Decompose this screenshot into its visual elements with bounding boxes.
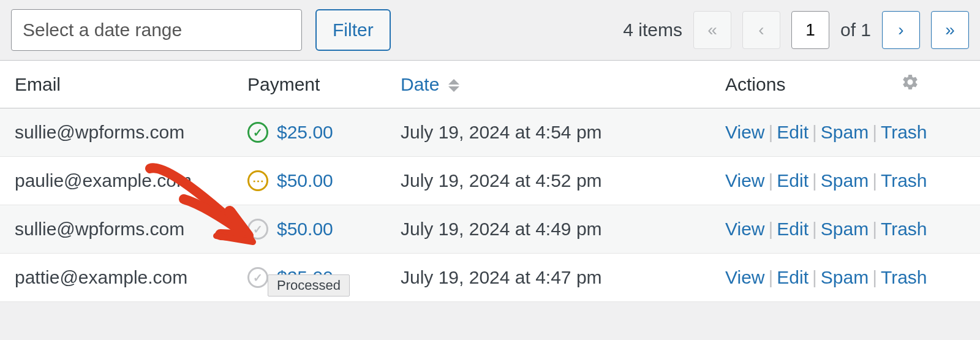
pagination: 4 items « ‹ of 1 › »: [623, 11, 969, 49]
cell-payment: ✓$50.00: [233, 205, 386, 254]
check-circle-icon: ✓: [247, 122, 268, 143]
toolbar: Filter 4 items « ‹ of 1 › »: [0, 0, 980, 60]
cell-date: July 19, 2024 at 4:49 pm: [386, 205, 710, 254]
column-header-actions: Actions: [710, 61, 886, 108]
table-row: sullie@wpforms.com✓$25.00July 19, 2024 a…: [0, 108, 980, 157]
trash-link[interactable]: Trash: [881, 170, 927, 191]
cell-email: paulie@example.com: [0, 157, 233, 205]
cell-date: July 19, 2024 at 4:47 pm: [386, 254, 710, 302]
table-row: paulie@example.com⋯$50.00July 19, 2024 a…: [0, 157, 980, 205]
view-link[interactable]: View: [725, 170, 764, 191]
prev-page-button[interactable]: ‹: [742, 11, 780, 49]
pending-circle-icon: ⋯: [247, 170, 268, 191]
spam-link[interactable]: Spam: [821, 170, 869, 191]
trash-link[interactable]: Trash: [881, 122, 927, 142]
items-count: 4 items: [623, 20, 682, 40]
column-header-date[interactable]: Date: [386, 61, 710, 108]
payment-amount[interactable]: $50.00: [277, 219, 333, 240]
payment-amount[interactable]: $50.00: [277, 170, 333, 191]
date-range-input[interactable]: [11, 9, 302, 51]
spam-link[interactable]: Spam: [821, 219, 869, 239]
payment-amount[interactable]: $25.00: [277, 122, 333, 143]
trash-link[interactable]: Trash: [881, 219, 927, 239]
spam-link[interactable]: Spam: [821, 122, 869, 142]
edit-link[interactable]: Edit: [777, 170, 809, 191]
sort-icon: [448, 79, 459, 92]
view-link[interactable]: View: [725, 219, 764, 239]
cell-actions: View|Edit|Spam|Trash: [710, 157, 980, 205]
cell-actions: View|Edit|Spam|Trash: [710, 254, 980, 302]
total-pages-text: of 1: [840, 20, 871, 40]
gear-icon: [901, 75, 919, 95]
last-page-button[interactable]: »: [931, 11, 969, 49]
cell-actions: View|Edit|Spam|Trash: [710, 205, 980, 254]
cell-date: July 19, 2024 at 4:52 pm: [386, 157, 710, 205]
cell-email: sullie@wpforms.com: [0, 108, 233, 157]
trash-link[interactable]: Trash: [881, 267, 927, 287]
column-settings[interactable]: [886, 61, 980, 108]
column-header-email[interactable]: Email: [0, 61, 233, 108]
first-page-button[interactable]: «: [693, 11, 731, 49]
edit-link[interactable]: Edit: [777, 267, 809, 287]
processed-circle-icon: ✓: [247, 267, 268, 288]
current-page-input[interactable]: [791, 11, 829, 49]
table-row: pattie@example.com✓$25.00July 19, 2024 a…: [0, 254, 980, 302]
view-link[interactable]: View: [725, 122, 764, 142]
cell-email: pattie@example.com: [0, 254, 233, 302]
view-link[interactable]: View: [725, 267, 764, 287]
edit-link[interactable]: Edit: [777, 122, 809, 142]
filter-button[interactable]: Filter: [315, 9, 391, 51]
cell-email: sullie@wpforms.com: [0, 205, 233, 254]
entries-table: Email Payment Date Actions sullie@wpform…: [0, 60, 980, 302]
edit-link[interactable]: Edit: [777, 219, 809, 239]
cell-payment: ✓$25.00: [233, 108, 386, 157]
spam-link[interactable]: Spam: [821, 267, 869, 287]
processed-circle-icon: ✓: [247, 219, 268, 240]
column-header-payment[interactable]: Payment: [233, 61, 386, 108]
cell-date: July 19, 2024 at 4:54 pm: [386, 108, 710, 157]
table-row: sullie@wpforms.com✓$50.00July 19, 2024 a…: [0, 205, 980, 254]
cell-payment: ⋯$50.00: [233, 157, 386, 205]
next-page-button[interactable]: ›: [882, 11, 920, 49]
status-tooltip: Processed: [268, 274, 350, 297]
cell-actions: View|Edit|Spam|Trash: [710, 108, 980, 157]
